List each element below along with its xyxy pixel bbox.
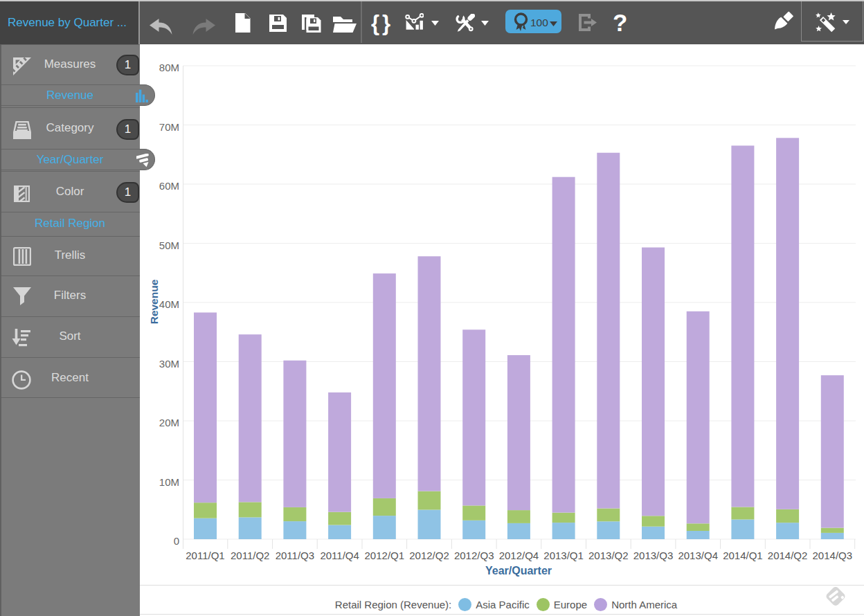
svg-text:2012/Q1: 2012/Q1	[365, 550, 405, 561]
svg-text:30M: 30M	[159, 358, 179, 370]
svg-text:2014/Q1: 2014/Q1	[723, 550, 763, 561]
svg-text:2013/Q3: 2013/Q3	[633, 550, 674, 561]
svg-text:10M: 10M	[159, 476, 179, 488]
svg-text:2014/Q2: 2014/Q2	[768, 550, 808, 561]
svg-text:20M: 20M	[159, 417, 179, 428]
svg-text:2013/Q1: 2013/Q1	[543, 550, 584, 561]
svg-text:2011/Q4: 2011/Q4	[320, 550, 359, 561]
svg-text:2012/Q3: 2012/Q3	[454, 550, 494, 561]
svg-text:2013/Q2: 2013/Q2	[588, 550, 629, 561]
svg-text:0: 0	[174, 535, 179, 547]
svg-text:?: ?	[613, 9, 627, 36]
svg-text:2011/Q3: 2011/Q3	[276, 550, 314, 561]
svg-text:70M: 70M	[159, 121, 179, 133]
svg-text:2011/Q2: 2011/Q2	[231, 550, 269, 561]
svg-text:40M: 40M	[159, 298, 179, 310]
svg-text:50M: 50M	[159, 239, 179, 251]
svg-text:2013/Q4: 2013/Q4	[678, 550, 718, 561]
svg-text:2014/Q3: 2014/Q3	[813, 550, 853, 561]
svg-text:60M: 60M	[159, 180, 179, 192]
svg-text:{}: {}	[371, 11, 393, 35]
svg-text:Year/Quarter: Year/Quarter	[485, 565, 552, 577]
svg-text:2012/Q4: 2012/Q4	[499, 550, 539, 561]
svg-text:2012/Q2: 2012/Q2	[409, 550, 449, 561]
svg-text:Revenue: Revenue	[148, 279, 160, 324]
svg-text:2011/Q1: 2011/Q1	[186, 550, 224, 561]
svg-text:80M: 80M	[159, 62, 179, 73]
